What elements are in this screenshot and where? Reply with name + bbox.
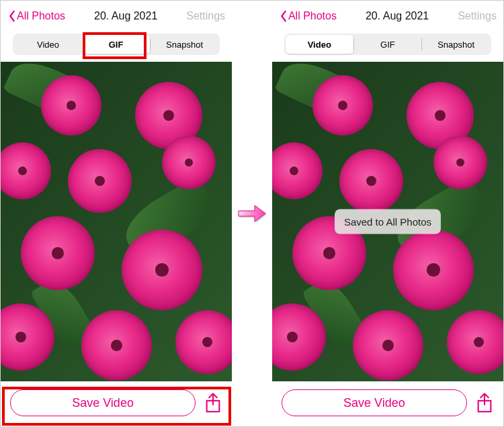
- bottom-bar: Save Video: [272, 381, 503, 424]
- photo-preview[interactable]: Saved to All Photos: [272, 62, 503, 381]
- share-button[interactable]: [204, 392, 222, 414]
- screen-right: All Photos 20. Aug 2021 Settings Video G…: [272, 3, 503, 424]
- segment-snapshot[interactable]: Snapshot: [151, 35, 218, 54]
- share-icon: [204, 392, 222, 414]
- share-button[interactable]: [475, 392, 494, 414]
- settings-button[interactable]: Settings: [458, 10, 497, 22]
- segment-video[interactable]: Video: [286, 35, 353, 54]
- nav-title: 20. Aug 2021: [366, 10, 429, 22]
- segmented-control-wrap: Video GIF Snapshot: [1, 30, 232, 62]
- photo-preview[interactable]: [1, 62, 232, 381]
- segment-video[interactable]: Video: [14, 35, 82, 54]
- screen-left: All Photos 20. Aug 2021 Settings Video G…: [1, 3, 232, 424]
- save-video-button[interactable]: Save Video: [10, 389, 196, 416]
- segment-gif[interactable]: GIF: [82, 35, 150, 54]
- back-label: All Photos: [288, 10, 337, 22]
- segmented-control: Video GIF Snapshot: [13, 34, 220, 55]
- settings-button[interactable]: Settings: [186, 10, 225, 22]
- share-icon: [475, 392, 494, 414]
- back-button[interactable]: All Photos: [279, 10, 337, 22]
- chevron-left-icon: [279, 10, 288, 22]
- save-video-button[interactable]: Save Video: [282, 389, 467, 416]
- saved-toast: Saved to All Photos: [335, 209, 441, 234]
- segmented-control-wrap: Video GIF Snapshot: [272, 30, 503, 62]
- nav-bar: All Photos 20. Aug 2021 Settings: [1, 3, 232, 30]
- segment-snapshot[interactable]: Snapshot: [422, 35, 490, 54]
- arrow-right-icon: [236, 197, 268, 230]
- chevron-left-icon: [7, 10, 17, 22]
- transition-arrow: [232, 197, 272, 230]
- segmented-control: Video GIF Snapshot: [284, 34, 491, 55]
- back-label: All Photos: [17, 10, 65, 22]
- back-button[interactable]: All Photos: [7, 10, 65, 22]
- segment-gif[interactable]: GIF: [354, 35, 422, 54]
- bottom-bar: Save Video: [1, 381, 232, 424]
- nav-title: 20. Aug 2021: [94, 10, 157, 22]
- nav-bar: All Photos 20. Aug 2021 Settings: [272, 3, 503, 30]
